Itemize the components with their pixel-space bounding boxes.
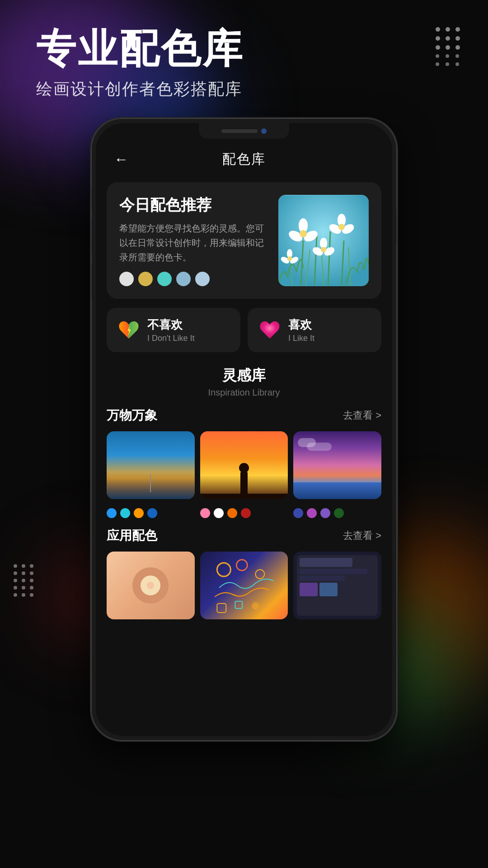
today-card-title: 今日配色推荐: [119, 195, 269, 216]
donut-decoration: [132, 567, 169, 604]
dot: [307, 508, 317, 518]
page-subtitle: 绘画设计创作者色彩搭配库: [36, 78, 416, 100]
today-color-card: 今日配色推荐 希望能方便您寻找色彩的灵感。您可以在日常设计创作时，用来编辑和记录…: [107, 182, 381, 299]
gallery-dots-1: [107, 508, 195, 518]
svg-point-22: [338, 224, 345, 230]
phone-mockup: ← 配色库 今日配色推荐 希望能方便您寻找色彩的灵感。您可以在日常设计创作时，用…: [90, 118, 398, 741]
svg-point-15: [300, 230, 307, 237]
app-content: ← 配色库 今日配色推荐 希望能方便您寻找色彩的灵感。您可以在日常设计创作时，用…: [96, 123, 392, 736]
dot: [120, 508, 130, 518]
color-swatch-4: [176, 272, 191, 286]
svg-point-36: [287, 256, 292, 261]
gallery-section-1: 万物万象 去查看 >: [107, 407, 381, 518]
today-card-image: [278, 195, 369, 286]
phone-button-power: [396, 209, 398, 245]
gallery-grid-2: [107, 552, 381, 619]
gallery-section-1-title: 万物万象: [107, 407, 157, 424]
svg-point-38: [236, 560, 247, 571]
svg-point-37: [217, 563, 230, 576]
decoration-dots-top-right: [436, 27, 461, 66]
header-section: 专业配色库 绘画设计创作者色彩搭配库: [36, 27, 416, 100]
dislike-texts: 不喜欢 I Don't Like It: [147, 317, 194, 343]
gallery-section-1-link[interactable]: 去查看 >: [343, 409, 381, 422]
color-swatch-3: [157, 272, 172, 286]
phone-button-volume-down: [90, 263, 92, 299]
flower-illustration: [278, 195, 369, 286]
dot: [200, 508, 210, 518]
page-title: 专业配色库: [36, 27, 416, 71]
back-button[interactable]: ←: [114, 151, 128, 168]
inspiration-title-cn: 灵感库: [107, 366, 381, 386]
app-header: ← 配色库: [96, 141, 392, 178]
gallery-section-2-link[interactable]: 去查看 >: [343, 529, 381, 542]
svg-point-42: [252, 602, 259, 609]
dislike-card[interactable]: 不喜欢 I Don't Like It: [107, 308, 240, 352]
gallery-grid-1: [107, 431, 381, 499]
gallery-section-1-header: 万物万象 去查看 >: [107, 407, 381, 424]
dot: [214, 508, 224, 518]
gallery-section-2-header: 应用配色 去查看 >: [107, 527, 381, 544]
gallery-dots-2: [200, 508, 288, 518]
gallery-item-6[interactable]: [293, 552, 381, 619]
dislike-icon: [117, 319, 140, 341]
color-swatch-2: [138, 272, 153, 286]
svg-rect-41: [235, 601, 242, 609]
today-card-left: 今日配色推荐 希望能方便您寻找色彩的灵感。您可以在日常设计创作时，用来编辑和记录…: [119, 195, 269, 286]
like-label-cn: 喜欢: [288, 317, 314, 333]
today-card-description: 希望能方便您寻找色彩的灵感。您可以在日常设计创作时，用来编辑和记录所需要的色卡。: [119, 221, 269, 264]
phone-button-volume-up: [90, 218, 92, 254]
dot: [334, 508, 344, 518]
dislike-label-en: I Don't Like It: [147, 334, 194, 343]
like-texts: 喜欢 I Like It: [288, 317, 314, 343]
color-swatch-5: [195, 272, 210, 286]
gallery-item-5[interactable]: [200, 552, 288, 619]
gallery-dots-3: [293, 508, 381, 518]
gallery-link-text: 去查看 >: [343, 409, 381, 422]
svg-point-39: [255, 570, 264, 579]
app-screen-title: 配色库: [222, 150, 266, 169]
phone-shell: ← 配色库 今日配色推荐 希望能方便您寻找色彩的灵感。您可以在日常设计创作时，用…: [90, 118, 398, 741]
color-swatch-1: [119, 272, 134, 286]
dot: [227, 508, 237, 518]
inspiration-section-header: 灵感库 Inspiration Library: [96, 361, 392, 400]
phone-button-silent: [90, 186, 92, 209]
dot: [241, 508, 251, 518]
like-card[interactable]: 喜欢 I Like It: [248, 308, 381, 352]
notch-camera: [261, 128, 267, 134]
dot: [320, 508, 330, 518]
svg-point-29: [321, 247, 326, 252]
gallery-item-2[interactable]: [200, 431, 288, 499]
gallery-section-2-title: 应用配色: [107, 527, 157, 544]
today-color-swatches: [119, 272, 269, 286]
dislike-label-cn: 不喜欢: [147, 317, 194, 333]
like-icon: [258, 319, 281, 341]
dot: [134, 508, 144, 518]
svg-rect-40: [217, 604, 226, 613]
decoration-dots-bottom-left: [14, 564, 34, 597]
dot: [107, 508, 117, 518]
inspiration-title-en: Inspiration Library: [107, 387, 381, 398]
notch-speaker: [221, 129, 258, 133]
gallery-item-4[interactable]: [107, 552, 195, 619]
phone-screen: ← 配色库 今日配色推荐 希望能方便您寻找色彩的灵感。您可以在日常设计创作时，用…: [96, 123, 392, 736]
gallery-section-2: 应用配色 去查看 >: [107, 527, 381, 619]
gallery-item-1[interactable]: [107, 431, 195, 499]
gallery-color-dots-row: [107, 504, 381, 518]
gallery-link-text-2: 去查看 >: [343, 529, 381, 542]
like-label-en: I Like It: [288, 334, 314, 343]
gallery-item-3[interactable]: [293, 431, 381, 499]
action-row: 不喜欢 I Don't Like It: [107, 308, 381, 352]
phone-notch: [199, 123, 289, 139]
dot: [293, 508, 303, 518]
dot: [147, 508, 157, 518]
